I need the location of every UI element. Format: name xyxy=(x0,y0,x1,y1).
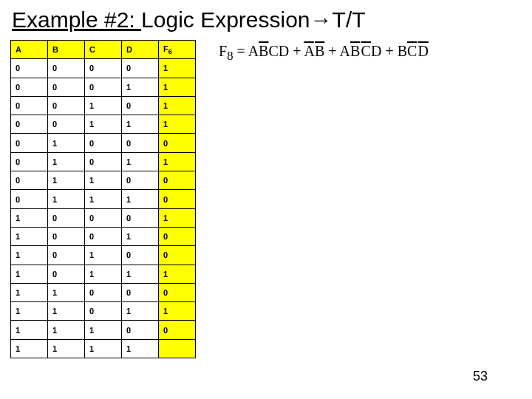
truth-table: A B C D F6 00001000110010100111010000101… xyxy=(10,40,196,358)
table-header-row: A B C D F6 xyxy=(11,41,196,59)
table-cell: 0 xyxy=(159,171,196,190)
table-row: 00011 xyxy=(11,78,196,96)
table-cell: 1 xyxy=(159,59,196,78)
table-cell: 0 xyxy=(11,96,48,115)
table-cell: 1 xyxy=(48,339,85,358)
term2: A B xyxy=(304,43,324,59)
term1: ABCD xyxy=(248,43,290,59)
table-cell: 1 xyxy=(159,265,196,283)
table-cell: 1 xyxy=(85,265,122,283)
table-cell xyxy=(159,339,196,358)
table-cell: 1 xyxy=(85,321,122,339)
table-row: 10111 xyxy=(11,265,196,283)
table-cell: 0 xyxy=(85,283,122,301)
table-cell: 1 xyxy=(48,134,85,152)
table-cell: 1 xyxy=(159,208,196,227)
table-cell: 0 xyxy=(122,283,159,301)
page-number: 53 xyxy=(473,369,488,384)
table-head: A B C D F6 xyxy=(11,41,196,59)
table-cell: 1 xyxy=(11,227,48,245)
table-cell: 1 xyxy=(122,78,159,96)
table-cell: 1 xyxy=(122,115,159,134)
table-cell: 0 xyxy=(11,152,48,171)
table-cell: 0 xyxy=(122,96,159,115)
table-row: 10100 xyxy=(11,246,196,265)
th-C: C xyxy=(85,41,122,59)
table-cell: 1 xyxy=(122,265,159,283)
plus3: + xyxy=(381,43,397,59)
term3: AB CD xyxy=(340,43,382,59)
table-cell: 1 xyxy=(11,283,48,301)
table-row: 01110 xyxy=(11,190,196,208)
th-D: D xyxy=(122,41,159,59)
table-cell: 0 xyxy=(48,208,85,227)
table-cell: 0 xyxy=(122,134,159,152)
table-cell: 1 xyxy=(48,190,85,208)
table-row: 01011 xyxy=(11,152,196,171)
plus1: + xyxy=(289,43,304,59)
table-cell: 1 xyxy=(11,208,48,227)
table-cell: 0 xyxy=(159,190,196,208)
table-cell: 1 xyxy=(48,321,85,339)
table-row: 10001 xyxy=(11,208,196,227)
table-cell: 1 xyxy=(48,152,85,171)
table-cell: 1 xyxy=(85,190,122,208)
expr-eq: = xyxy=(233,43,248,59)
th-F6: F6 xyxy=(159,41,196,59)
table-row: 11000 xyxy=(11,283,196,301)
table-cell: 0 xyxy=(159,283,196,301)
table-cell: 1 xyxy=(159,115,196,134)
table-cell: 1 xyxy=(85,96,122,115)
table-cell: 1 xyxy=(48,171,85,190)
table-row: 11100 xyxy=(11,321,196,339)
table-cell: 0 xyxy=(48,96,85,115)
table-cell: 1 xyxy=(48,283,85,301)
table-cell: 1 xyxy=(11,339,48,358)
table-cell: 1 xyxy=(122,302,159,321)
title-rest: Logic Expression→T/T xyxy=(141,7,365,32)
logic-expression: F8 = ABCD + A B + AB CD + BC D xyxy=(219,43,429,64)
table-cell: 0 xyxy=(48,78,85,96)
table-cell: 1 xyxy=(159,152,196,171)
plus2: + xyxy=(324,43,339,59)
table-cell: 1 xyxy=(11,246,48,265)
table-cell: 0 xyxy=(159,321,196,339)
th-A: A xyxy=(11,41,48,59)
table-cell: 1 xyxy=(122,152,159,171)
table-cell: 0 xyxy=(122,59,159,78)
table-cell: 1 xyxy=(85,115,122,134)
table-cell: 0 xyxy=(11,59,48,78)
table-row: 00111 xyxy=(11,115,196,134)
table-row: 00001 xyxy=(11,59,196,78)
table-cell: 0 xyxy=(11,115,48,134)
table-cell: 0 xyxy=(122,171,159,190)
table-cell: 0 xyxy=(85,302,122,321)
table-row: 01100 xyxy=(11,171,196,190)
expr-F: F xyxy=(219,43,227,59)
table-row: 1111 xyxy=(11,339,196,358)
table-cell: 0 xyxy=(85,78,122,96)
table-cell: 0 xyxy=(85,227,122,245)
table-cell: 0 xyxy=(122,208,159,227)
table-cell: 1 xyxy=(122,190,159,208)
table-cell: 0 xyxy=(85,134,122,152)
table-cell: 1 xyxy=(85,246,122,265)
table-row: 00101 xyxy=(11,96,196,115)
table-body: 0000100011001010011101000010110110001110… xyxy=(11,59,196,358)
table-cell: 1 xyxy=(85,339,122,358)
table-cell: 0 xyxy=(11,190,48,208)
table-cell: 0 xyxy=(122,321,159,339)
table-cell: 1 xyxy=(11,265,48,283)
table-cell: 0 xyxy=(48,115,85,134)
table-row: 10010 xyxy=(11,227,196,245)
table-cell: 0 xyxy=(48,59,85,78)
table-cell: 0 xyxy=(11,134,48,152)
page-title: Example #2: Logic Expression→T/T xyxy=(0,0,532,37)
table-row: 01000 xyxy=(11,134,196,152)
term4: BC D xyxy=(398,43,429,59)
table-cell: 0 xyxy=(48,246,85,265)
table-row: 11011 xyxy=(11,302,196,321)
table-cell: 1 xyxy=(11,302,48,321)
table-cell: 1 xyxy=(122,339,159,358)
table-cell: 0 xyxy=(159,246,196,265)
